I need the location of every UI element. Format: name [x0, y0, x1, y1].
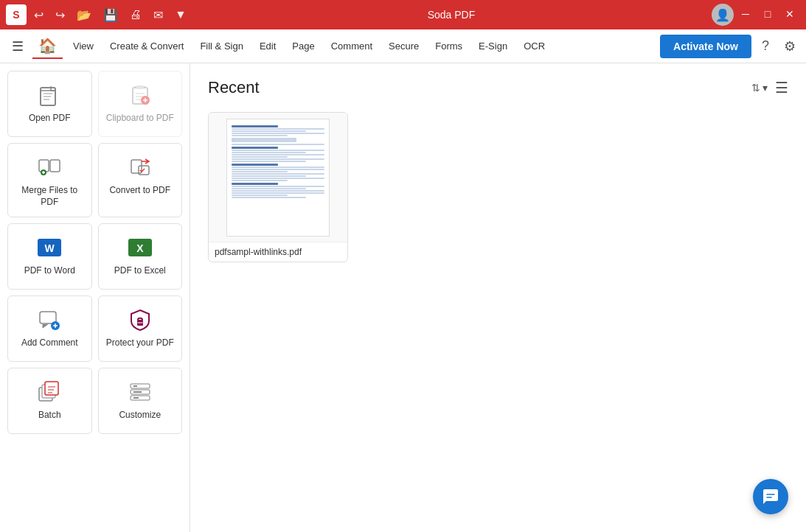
- svg-text:***: ***: [137, 321, 143, 326]
- email-button[interactable]: ✉: [149, 7, 167, 24]
- home-button[interactable]: 🏠: [32, 34, 63, 59]
- save-button[interactable]: 💾: [99, 7, 122, 24]
- menu-fill-sign[interactable]: Fill & Sign: [192, 38, 251, 55]
- menu-view[interactable]: View: [66, 38, 101, 55]
- open-pdf-label: Open PDF: [29, 113, 71, 125]
- redo-button[interactable]: ↪: [51, 7, 69, 24]
- file-name: pdfsampl-withlinks.pdf: [209, 242, 347, 262]
- menu-forms[interactable]: Forms: [428, 38, 470, 55]
- svg-text:W: W: [45, 242, 55, 254]
- main-layout: Open PDF Clipboard to PDF: [0, 63, 806, 532]
- svg-text:X: X: [136, 242, 144, 254]
- menu-edit[interactable]: Edit: [252, 38, 283, 55]
- title-bar: S ↩ ↪ 📂 💾 🖨 ✉ ▼ Soda PDF 👤 ─ □ ✕: [0, 0, 806, 29]
- sidebar-card-protect-pdf[interactable]: *** Protect your PDF: [98, 295, 183, 362]
- undo-button[interactable]: ↩: [29, 7, 48, 24]
- add-comment-label: Add Comment: [21, 337, 78, 349]
- sidebar-card-open-pdf[interactable]: Open PDF: [7, 71, 92, 137]
- merge-files-icon: [38, 155, 61, 179]
- clipboard-pdf-icon: [128, 83, 152, 107]
- sidebar-card-pdf-excel[interactable]: X PDF to Excel: [98, 223, 183, 290]
- menu-items: View Create & Convert Fill & Sign Edit P…: [66, 38, 657, 55]
- title-bar-left: S ↩ ↪ 📂 💾 🖨 ✉ ▼: [6, 4, 191, 25]
- file-preview: [209, 113, 347, 242]
- close-button[interactable]: ✕: [779, 4, 800, 24]
- content-area: Recent ⇅ ▾ ☰: [190, 63, 806, 532]
- hamburger-menu-button[interactable]: ☰: [6, 35, 29, 57]
- maximize-button[interactable]: □: [757, 4, 778, 24]
- menu-page[interactable]: Page: [285, 38, 322, 55]
- print-button[interactable]: 🖨: [125, 7, 146, 23]
- convert-pdf-icon: [128, 155, 152, 179]
- app-logo: S: [6, 4, 27, 25]
- customize-icon: [128, 380, 152, 404]
- batch-label: Batch: [38, 410, 61, 421]
- more-actions-button[interactable]: ▼: [170, 7, 191, 23]
- sidebar-card-add-comment[interactable]: Add Comment: [7, 295, 92, 362]
- activate-now-button[interactable]: Activate Now: [660, 35, 751, 58]
- open-folder-button[interactable]: 📂: [72, 7, 96, 24]
- user-avatar[interactable]: 👤: [712, 4, 734, 26]
- menu-esign[interactable]: E-Sign: [471, 38, 515, 55]
- file-card[interactable]: pdfsampl-withlinks.pdf: [208, 112, 348, 262]
- menu-ocr[interactable]: OCR: [516, 38, 552, 55]
- merge-files-label: Merge Files to PDF: [14, 185, 86, 208]
- sidebar-card-pdf-word[interactable]: W PDF to Word: [7, 223, 92, 290]
- content-header: Recent ⇅ ▾ ☰: [208, 78, 788, 97]
- window-controls: 👤 ─ □ ✕: [712, 4, 800, 26]
- menu-comment[interactable]: Comment: [324, 38, 380, 55]
- sort-button[interactable]: ⇅ ▾: [751, 82, 768, 94]
- svg-rect-21: [131, 384, 150, 388]
- menu-bar: ☰ 🏠 View Create & Convert Fill & Sign Ed…: [0, 29, 806, 63]
- menu-create-convert[interactable]: Create & Convert: [103, 38, 191, 55]
- sort-chevron-icon: ▾: [762, 82, 768, 94]
- settings-button[interactable]: ⚙: [779, 35, 800, 57]
- pdf-excel-label: PDF to Excel: [114, 265, 166, 277]
- sidebar-card-merge-files[interactable]: Merge Files to PDF: [7, 143, 92, 217]
- menu-right: Activate Now ? ⚙: [660, 35, 800, 58]
- menu-secure[interactable]: Secure: [381, 38, 426, 55]
- list-view-button[interactable]: ☰: [775, 79, 788, 97]
- sidebar-card-batch[interactable]: Batch: [7, 368, 92, 434]
- svg-rect-23: [131, 396, 150, 400]
- files-grid: pdfsampl-withlinks.pdf: [208, 112, 788, 262]
- help-button[interactable]: ?: [757, 35, 774, 57]
- svg-rect-3: [136, 85, 144, 89]
- batch-icon: [38, 380, 61, 404]
- clipboard-pdf-label: Clipboard to PDF: [106, 113, 174, 125]
- svg-rect-8: [131, 160, 142, 173]
- pdf-word-icon: W: [36, 236, 63, 259]
- convert-pdf-label: Convert to PDF: [109, 185, 170, 197]
- add-comment-icon: [38, 308, 61, 332]
- sidebar-card-customize[interactable]: Customize: [98, 368, 183, 434]
- file-preview-doc: [226, 119, 330, 237]
- recent-title: Recent: [208, 78, 260, 97]
- app-title: Soda PDF: [428, 9, 476, 21]
- minimize-button[interactable]: ─: [735, 4, 756, 24]
- customize-label: Customize: [119, 410, 161, 421]
- protect-pdf-icon: ***: [128, 308, 152, 332]
- protect-pdf-label: Protect your PDF: [106, 337, 174, 349]
- sidebar-card-convert-pdf[interactable]: Convert to PDF: [98, 143, 183, 217]
- sidebar: Open PDF Clipboard to PDF: [0, 63, 190, 532]
- svg-rect-6: [50, 160, 60, 172]
- sidebar-card-clipboard-pdf[interactable]: Clipboard to PDF: [98, 71, 183, 137]
- open-pdf-icon: [38, 83, 61, 107]
- sort-icon: ⇅: [751, 82, 760, 94]
- pdf-excel-icon: X: [127, 236, 153, 259]
- pdf-word-label: PDF to Word: [24, 265, 75, 277]
- content-header-actions: ⇅ ▾ ☰: [751, 79, 788, 97]
- chat-bubble-button[interactable]: [753, 479, 788, 514]
